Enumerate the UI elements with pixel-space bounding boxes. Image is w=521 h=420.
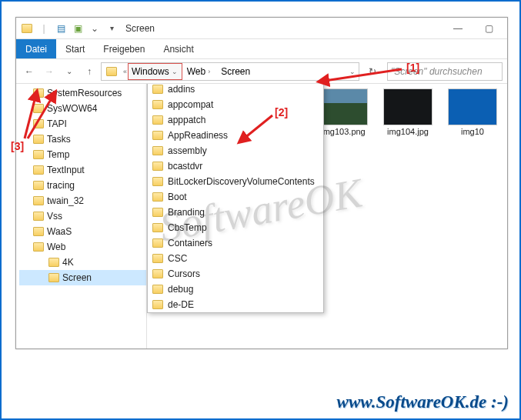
folder-icon — [33, 212, 44, 221]
folder-icon — [152, 269, 163, 278]
chevron-down-icon: ⌄ — [171, 68, 179, 75]
address-bar[interactable]: « Windows ⌄ Web › Screen ⌄ — [101, 62, 359, 81]
minimize-button[interactable]: — — [443, 18, 473, 39]
body-area: SystemResources SysWOW64 TAPI Tasks Temp… — [16, 84, 507, 348]
dropdown-item[interactable]: CSC — [148, 251, 323, 266]
file-thumb[interactable]: img10 — [446, 88, 499, 137]
folder-icon — [33, 150, 44, 159]
folder-icon — [152, 85, 163, 94]
folder-icon — [48, 273, 59, 282]
tree-item[interactable]: Tasks — [19, 132, 146, 147]
folder-icon — [33, 196, 44, 205]
dropdown-item[interactable]: BitLockerDiscoveryVolumeContents — [148, 174, 323, 189]
folder-icon[interactable] — [19, 21, 35, 36]
breadcrumb-web-label: Web — [187, 66, 205, 77]
dropdown-item[interactable]: de-DE — [148, 297, 323, 312]
folder-icon — [48, 258, 59, 267]
tree-item[interactable]: SystemResources — [19, 85, 146, 101]
folder-icon — [152, 131, 163, 140]
folder-icon — [152, 254, 163, 263]
folder-icon — [152, 192, 163, 202]
dropdown-item[interactable]: apppatch — [148, 112, 323, 128]
maximize-button[interactable]: ▢ — [473, 18, 504, 39]
breadcrumb-dropdown[interactable]: addins appcompat apppatch AppReadiness a… — [147, 84, 324, 313]
content-panel: addins appcompat apppatch AppReadiness a… — [147, 84, 507, 348]
tab-file[interactable]: Datei — [16, 39, 56, 58]
breadcrumb-web[interactable]: Web › — [182, 63, 216, 80]
folder-icon — [152, 146, 163, 155]
dropdown-item[interactable]: bcastdvr — [148, 158, 323, 174]
folder-icon — [33, 242, 44, 252]
tab-view[interactable]: Ansicht — [154, 39, 202, 58]
tree-item[interactable]: SysWOW64 — [19, 101, 146, 116]
qat-sep: | — [36, 21, 52, 36]
tree-item[interactable]: Temp — [19, 147, 146, 162]
dropdown-item[interactable]: assembly — [148, 143, 323, 158]
dropdown-item[interactable]: CbsTemp — [148, 220, 323, 235]
folder-icon — [152, 162, 163, 171]
new-folder-icon[interactable]: ▣ — [70, 21, 85, 36]
chevron-right-icon: › — [207, 68, 211, 75]
breadcrumb-screen[interactable]: Screen — [216, 63, 255, 80]
folder-tree[interactable]: SystemResources SysWOW64 TAPI Tasks Temp… — [16, 84, 147, 348]
image-icon — [383, 88, 432, 125]
tree-item[interactable]: Vss — [19, 208, 146, 224]
ribbon-tabs: Datei Start Freigeben Ansicht — [16, 39, 507, 59]
address-root-icon[interactable] — [102, 63, 122, 80]
folder-icon — [152, 100, 163, 109]
breadcrumb-overflow[interactable]: « — [122, 68, 128, 75]
folder-icon — [33, 88, 44, 98]
folder-icon — [152, 208, 163, 217]
tree-item-selected[interactable]: Screen — [19, 270, 146, 285]
tree-item[interactable]: TextInput — [19, 162, 146, 178]
refresh-button[interactable]: ↻ — [364, 63, 381, 80]
thumbnail-row: img103.png img104.jpg img10 — [316, 88, 507, 137]
breadcrumb-windows-label: Windows — [132, 66, 169, 77]
tree-item[interactable]: WaaS — [19, 224, 146, 239]
folder-icon — [152, 238, 163, 248]
address-dropdown-icon[interactable]: ⌄ — [349, 68, 359, 75]
quick-access-toolbar: | ▤ ▣ ⌄ ▾ — [19, 21, 119, 36]
folder-icon — [33, 135, 44, 144]
recent-locations-icon[interactable]: ⌄ — [61, 63, 78, 80]
breadcrumb-windows[interactable]: Windows ⌄ — [128, 63, 182, 80]
search-placeholder: "Screen" durchsuchen — [391, 66, 483, 77]
folder-icon — [33, 119, 44, 128]
dropdown-item[interactable]: Branding — [148, 205, 323, 220]
tree-item[interactable]: TAPI — [19, 116, 146, 132]
dropdown-item[interactable]: Containers — [148, 235, 323, 251]
folder-icon — [152, 285, 163, 294]
qat-customize-icon[interactable]: ⌄ — [87, 21, 102, 36]
qat-overflow-icon[interactable]: ▾ — [104, 21, 119, 36]
dropdown-item[interactable]: AppReadiness — [148, 128, 323, 143]
dropdown-item[interactable]: appcompat — [148, 97, 323, 112]
dropdown-item[interactable]: debug — [148, 282, 323, 297]
folder-icon — [33, 227, 44, 236]
search-input[interactable]: "Screen" durchsuchen — [387, 62, 503, 81]
window-title: Screen — [125, 23, 155, 34]
folder-icon — [33, 165, 44, 175]
tree-item[interactable]: twain_32 — [19, 193, 146, 208]
properties-icon[interactable]: ▤ — [53, 21, 68, 36]
tree-item[interactable]: Web — [19, 239, 146, 255]
folder-icon — [152, 223, 163, 232]
file-thumb[interactable]: img104.jpg — [381, 88, 435, 137]
file-thumb[interactable]: img103.png — [316, 88, 370, 137]
dropdown-item[interactable]: Cursors — [148, 266, 323, 282]
folder-icon — [33, 181, 44, 190]
explorer-window: | ▤ ▣ ⌄ ▾ Screen — ▢ Datei Start Freigeb… — [15, 17, 508, 349]
tab-share[interactable]: Freigeben — [94, 39, 154, 58]
folder-icon — [152, 115, 163, 125]
image-icon — [319, 88, 368, 125]
image-icon — [448, 88, 497, 125]
up-button[interactable]: ↑ — [81, 63, 98, 80]
forward-button[interactable]: → — [41, 63, 58, 80]
dropdown-item[interactable]: addins — [148, 84, 323, 97]
tab-start[interactable]: Start — [56, 39, 94, 58]
back-button[interactable]: ← — [21, 63, 38, 80]
breadcrumb-screen-label: Screen — [221, 66, 250, 77]
dropdown-item[interactable]: Boot — [148, 189, 323, 205]
tree-item[interactable]: tracing — [19, 178, 146, 193]
footer-link: www.SoftwareOK.de :-) — [337, 392, 509, 412]
tree-item[interactable]: 4K — [19, 255, 146, 270]
